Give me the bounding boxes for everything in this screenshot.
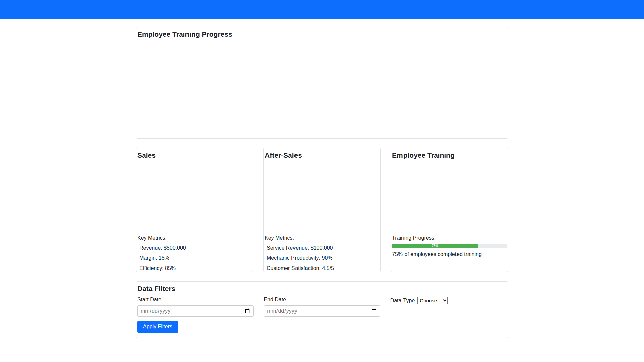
training-progress-value: 75% — [432, 244, 438, 248]
filters-grid: Start Date Apply Filters End Date Data T… — [137, 297, 507, 333]
training-progress-bar: 75% — [392, 244, 507, 248]
top-navbar — [0, 0, 644, 19]
sales-card-title: Sales — [137, 151, 252, 159]
data-type-row: Data Type Choose... — [390, 297, 507, 304]
employee-training-card-title: Employee Training — [392, 151, 507, 159]
chart-card-title: Employee Training Progress — [137, 30, 507, 38]
metric-cards-row: Sales Key Metrics: Revenue: $500,000 Mar… — [136, 148, 508, 272]
training-progress-chart-area — [137, 38, 507, 135]
employee-training-progress-card: Employee Training Progress — [136, 27, 508, 139]
data-type-label: Data Type — [390, 298, 415, 304]
sales-metric-efficiency: Efficiency: 85% — [139, 265, 252, 272]
data-filters-title: Data Filters — [137, 284, 507, 293]
start-date-column: Start Date Apply Filters — [137, 297, 254, 333]
employee-training-card: Employee Training Training Progress: 75%… — [391, 148, 508, 272]
after-sales-metrics-label: Key Metrics: — [265, 235, 379, 241]
sales-card: Sales Key Metrics: Revenue: $500,000 Mar… — [136, 148, 253, 272]
after-sales-card-title: After-Sales — [265, 151, 379, 159]
data-type-column: Data Type Choose... — [390, 297, 507, 304]
employee-training-chart-area — [392, 159, 507, 235]
end-date-label: End Date — [264, 297, 380, 303]
training-progress-bar-fill: 75% — [392, 244, 478, 248]
start-date-input[interactable] — [137, 305, 254, 317]
dashboard-container: Employee Training Progress Sales Key Met… — [136, 27, 508, 338]
sales-chart-area — [137, 159, 252, 235]
sales-metric-revenue: Revenue: $500,000 — [139, 245, 252, 251]
training-progress-label: Training Progress: — [392, 235, 507, 241]
sales-metric-margin: Margin: 15% — [139, 255, 252, 261]
end-date-input[interactable] — [264, 305, 380, 317]
end-date-column: End Date — [264, 297, 380, 317]
start-date-label: Start Date — [137, 297, 254, 303]
sales-metrics-list: Revenue: $500,000 Margin: 15% Efficiency… — [137, 245, 252, 272]
after-sales-metric-service-revenue: Service Revenue: $100,000 — [267, 245, 379, 251]
after-sales-chart-area — [265, 159, 379, 235]
data-type-select[interactable]: Choose... — [417, 297, 448, 304]
data-filters-card: Data Filters Start Date Apply Filters En… — [136, 281, 508, 338]
after-sales-metrics-list: Service Revenue: $100,000 Mechanic Produ… — [265, 245, 379, 272]
training-progress-caption: 75% of employees completed training — [392, 251, 507, 257]
after-sales-metric-productivity: Mechanic Productivity: 90% — [267, 255, 379, 261]
sales-metrics-label: Key Metrics: — [137, 235, 252, 241]
after-sales-card: After-Sales Key Metrics: Service Revenue… — [263, 148, 381, 272]
after-sales-metric-satisfaction: Customer Satisfaction: 4.5/5 — [267, 265, 379, 272]
apply-filters-button[interactable]: Apply Filters — [137, 321, 178, 333]
